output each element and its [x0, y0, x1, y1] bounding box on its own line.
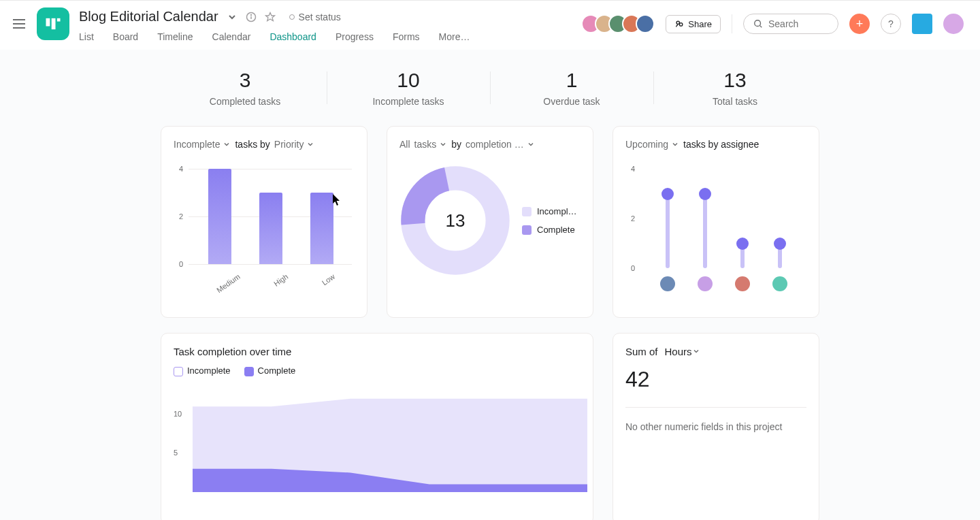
divider: [732, 14, 732, 33]
hours-dropdown[interactable]: Hours: [665, 346, 700, 357]
tasks-by-assignee-label: tasks by assignee: [683, 139, 759, 150]
card-tasks-by-priority: Incomplete tasks by Priority 024MediumHi…: [161, 126, 368, 318]
svg-point-12: [755, 20, 761, 27]
assignee-avatar: [698, 276, 713, 291]
lollipop: [698, 194, 712, 269]
profile-avatar[interactable]: [943, 14, 964, 34]
share-button[interactable]: Share: [666, 15, 721, 33]
card-completion-over-time: Task completion over time Incomplete Com…: [161, 333, 593, 520]
bar: [310, 193, 333, 264]
tab-calendar[interactable]: Calendar: [212, 31, 251, 52]
tasks-by-label: tasks by: [235, 139, 270, 150]
stat-total-tasks: 13Total tasks: [653, 69, 817, 107]
status-dot-icon: [289, 14, 295, 20]
upgrade-tile[interactable]: [912, 14, 932, 34]
stat-value: 1: [490, 69, 653, 92]
stat-label: Total tasks: [653, 96, 817, 107]
svg-marker-9: [265, 12, 274, 20]
lollipop: [661, 194, 674, 269]
legend-incomplete: Incompl…: [522, 206, 577, 216]
bar: [208, 169, 231, 264]
completion-over-time-title: Task completion over time: [174, 346, 581, 357]
create-button[interactable]: +: [849, 14, 870, 34]
stat-label: Overdue task: [490, 96, 653, 107]
stat-incomplete-tasks: 10Incomplete tasks: [327, 69, 490, 107]
svg-point-8: [250, 14, 251, 15]
filter-all-label: All: [399, 139, 410, 150]
legend-complete-area: Complete: [244, 365, 296, 376]
assignee-avatar: [735, 276, 750, 291]
priority-bar-chart: 024MediumHighLow: [174, 169, 355, 285]
divider: [625, 407, 806, 408]
no-fields-message: No other numeric fields in this project: [625, 420, 806, 434]
project-icon: [37, 7, 69, 40]
completion-donut-chart: 13: [399, 165, 511, 276]
svg-line-13: [760, 26, 762, 28]
stat-value: 13: [653, 69, 817, 92]
tab-board[interactable]: Board: [113, 31, 138, 52]
tab-timeline[interactable]: Timeline: [157, 31, 193, 52]
search-icon: [753, 19, 763, 29]
svg-rect-3: [46, 18, 50, 27]
svg-point-10: [676, 21, 679, 24]
filter-incomplete-dropdown[interactable]: Incomplete: [174, 139, 231, 150]
lollipop: [736, 244, 749, 269]
legend-incomplete-area: Incomplete: [174, 365, 231, 376]
set-status-button[interactable]: Set status: [284, 10, 346, 24]
card-sum-of-hours: Sum of Hours 42 No other numeric fields …: [612, 333, 819, 520]
svg-point-11: [680, 23, 683, 26]
svg-rect-4: [52, 18, 56, 29]
filter-upcoming-dropdown[interactable]: Upcoming: [625, 139, 679, 150]
search-input[interactable]: [768, 18, 823, 29]
info-icon[interactable]: [246, 12, 257, 22]
star-icon[interactable]: [265, 12, 276, 22]
stat-value: 3: [163, 69, 327, 92]
svg-rect-5: [57, 18, 61, 22]
share-label: Share: [688, 19, 712, 29]
tab-dashboard[interactable]: Dashboard: [270, 31, 316, 52]
stats-row: 3Completed tasks10Incomplete tasks1Overd…: [16, 69, 964, 107]
legend-complete: Complete: [522, 225, 577, 235]
donut-center-value: 13: [399, 165, 511, 276]
card-tasks-by-assignee: Upcoming tasks by assignee 024: [612, 126, 819, 318]
group-priority-dropdown[interactable]: Priority: [274, 139, 315, 150]
group-completion-dropdown[interactable]: completion …: [466, 139, 535, 150]
lollipop: [773, 244, 787, 269]
by-label: by: [451, 139, 461, 150]
tab-forms[interactable]: Forms: [393, 31, 420, 52]
set-status-label: Set status: [299, 12, 341, 22]
tasks-dropdown[interactable]: tasks: [414, 139, 448, 150]
bar: [259, 193, 282, 264]
assignee-avatar: [772, 276, 787, 291]
member-avatar[interactable]: [636, 14, 655, 33]
search-box[interactable]: [743, 14, 838, 34]
sum-value: 42: [625, 367, 806, 392]
sum-of-label: Sum of: [625, 346, 658, 357]
tab-progress[interactable]: Progress: [336, 31, 374, 52]
stat-label: Completed tasks: [163, 96, 327, 107]
stat-completed-tasks: 3Completed tasks: [163, 69, 327, 107]
assignee-avatar: [660, 276, 675, 291]
project-title: Blog Editorial Calendar: [79, 9, 218, 25]
tab-list[interactable]: List: [79, 31, 94, 52]
hamburger-menu-icon[interactable]: [11, 16, 27, 32]
card-completion-donut: All tasks by completion … 13 Incompl… Co…: [387, 126, 593, 318]
project-menu-chevron-icon[interactable]: [227, 12, 238, 22]
stat-label: Incomplete tasks: [327, 96, 490, 107]
completion-area-chart: 510: [174, 383, 581, 492]
member-avatars[interactable]: [581, 14, 655, 33]
stat-overdue-task: 1Overdue task: [490, 69, 653, 107]
tab-more[interactable]: More…: [439, 31, 470, 52]
assignee-lollipop-chart: 024: [625, 169, 806, 291]
stat-value: 10: [327, 69, 490, 92]
help-button[interactable]: ?: [881, 14, 901, 34]
